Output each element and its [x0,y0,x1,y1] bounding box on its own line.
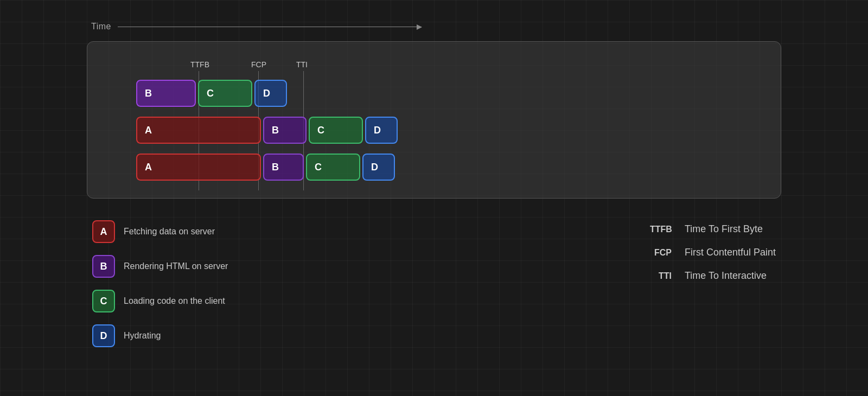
time-arrow [118,27,422,27]
tti-label: TTI [296,60,308,69]
diagram-inner: TTFB FCP TTI B C D A B [136,55,764,181]
block-D-3: D [362,154,395,181]
marker-tti: TTI [296,60,308,71]
legend-item-D: D Hydrating [92,324,228,347]
outer-container: Time TTFB FCP TTI [0,0,868,369]
metric-row-tti: TTI Time To Interactive [650,270,767,282]
legend-item-B: B Rendering HTML on server [92,255,228,278]
legend-text-A: Fetching data on server [124,227,215,237]
legend-text-D: Hydrating [124,331,161,341]
metric-full-fcp: First Contentful Paint [685,247,776,258]
diagram-box: TTFB FCP TTI B C D A B [87,41,781,199]
legend-badge-C: C [92,290,115,312]
block-row-1: B C D [136,80,764,107]
block-B-2: B [263,117,307,144]
metric-row-fcp: FCP First Contentful Paint [650,247,776,258]
block-C-2: C [309,117,363,144]
block-row-2: A B C D [136,117,764,144]
metric-abbr-ttfb: TTFB [650,225,672,234]
metric-full-ttfb: Time To First Byte [685,223,763,235]
legend-item-A: A Fetching data on server [92,220,228,243]
block-C-1: C [198,80,252,107]
marker-fcp: FCP [251,60,266,71]
legend-area: A Fetching data on server B Rendering HT… [87,220,781,347]
metric-full-tti: Time To Interactive [685,270,767,282]
legend-badge-D: D [92,324,115,347]
metric-abbr-tti: TTI [650,271,672,281]
block-B-1: B [136,80,196,107]
block-D-1: D [254,80,287,107]
legend-item-C: C Loading code on the client [92,290,228,312]
marker-ttfb: TTFB [190,60,209,71]
block-A-2: A [136,117,261,144]
block-B-3: B [263,154,304,181]
time-arrow-row: Time [91,22,781,31]
metric-abbr-fcp: FCP [650,248,672,258]
legend-badge-B: B [92,255,115,278]
legend-text-C: Loading code on the client [124,296,225,306]
ttfb-label: TTFB [190,60,209,69]
block-C-3: C [306,154,360,181]
block-row-3: A B C D [136,154,764,181]
time-label: Time [91,22,111,31]
metric-row-ttfb: TTFB Time To First Byte [650,223,763,235]
block-A-3: A [136,154,261,181]
block-D-2: D [365,117,398,144]
legend-badge-A: A [92,220,115,243]
legend-left: A Fetching data on server B Rendering HT… [92,220,228,347]
legend-right: TTFB Time To First Byte FCP First Conten… [650,220,776,347]
markers-labels: TTFB FCP TTI [136,55,764,71]
fcp-label: FCP [251,60,266,69]
legend-text-B: Rendering HTML on server [124,261,228,271]
